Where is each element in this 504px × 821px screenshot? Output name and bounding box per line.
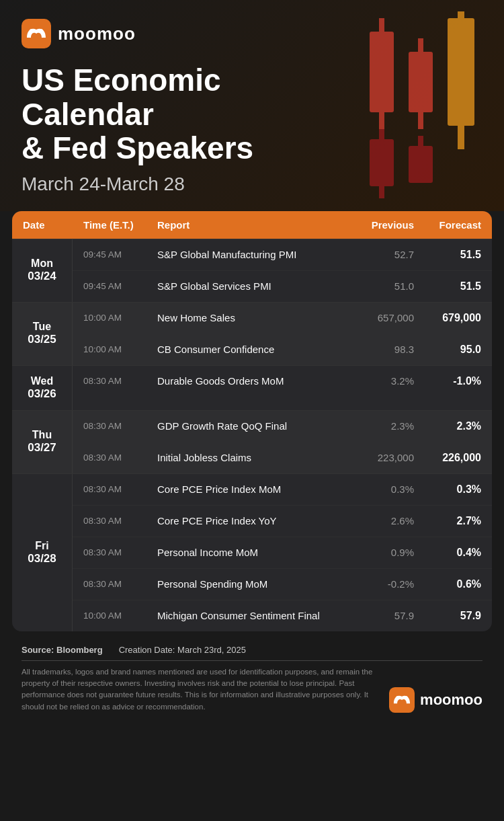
table-row: 10:00 AM Michigan Consumer Sentiment Fin… [73,600,492,631]
forecast-cell: 95.0 [414,344,481,356]
svg-rect-11 [379,186,384,198]
candlestick-decoration [356,0,491,211]
previous-cell: 0.3% [340,483,414,495]
time-cell: 08:30 AM [83,547,157,557]
forecast-cell: 0.4% [414,547,481,559]
day-group: Thu 03/27 08:30 AM GDP Growth Rate QoQ F… [12,410,492,473]
svg-point-18 [396,696,399,699]
footer-source-row: Source: Bloomberg Creation Date: March 2… [22,645,482,661]
footer-bottom: All trademarks, logos and brand names me… [22,666,482,713]
day-label-col: Wed 03/26 [12,366,73,410]
report-cell: New Home Sales [157,312,340,323]
day-date: 03/24 [28,270,56,283]
table-row: 10:00 AM CB Consumer Confidence 98.3 95.… [73,334,492,365]
report-cell: CB Consumer Confidence [157,344,340,355]
report-cell: Core PCE Price Index YoY [157,515,340,526]
previous-cell: 2.3% [340,420,414,432]
previous-cell: 2.6% [340,515,414,526]
report-cell: Michigan Consumer Sentiment Final [157,610,340,621]
forecast-cell: 2.3% [414,420,481,432]
report-cell: S&P Global Services PMI [157,280,340,292]
report-cell: Initial Jobless Claims [157,452,340,463]
forecast-cell: -1.0% [414,375,481,387]
forecast-cell: 0.6% [414,578,481,590]
report-cell: GDP Growth Rate QoQ Final [157,420,340,432]
moomoo-logo-icon [22,19,51,48]
report-cell: Core PCE Price Index MoM [157,483,340,495]
day-date: 03/28 [28,552,56,565]
table-row: 09:45 AM S&P Global Services PMI 51.0 51… [73,271,492,302]
day-date: 03/26 [28,387,56,401]
table-row: 08:30 AM GDP Growth Rate QoQ Final 2.3% … [73,411,492,442]
time-cell: 08:30 AM [83,376,157,386]
col-previous: Previous [340,219,414,231]
svg-rect-9 [370,139,394,186]
report-cell: Durable Goods Orders MoM [157,375,340,387]
forecast-cell: 57.9 [414,610,481,622]
day-group: Wed 03/26 08:30 AM Durable Goods Orders … [12,365,492,410]
svg-rect-12 [409,146,433,183]
time-cell: 10:00 AM [83,313,157,323]
table-row: 08:30 AM Personal Income MoM 0.9% 0.4% [73,537,492,569]
rows-col: 08:30 AM GDP Growth Rate QoQ Final 2.3% … [73,411,492,473]
col-forecast: Forecast [414,219,481,231]
svg-rect-3 [409,52,433,112]
disclaimer-text: All trademarks, logos and brand names me… [22,666,378,713]
previous-cell: 657,000 [340,312,414,323]
rows-col: 08:30 AM Core PCE Price Index MoM 0.3% 0… [73,474,492,631]
source-label: Source: Bloomberg [22,645,103,655]
svg-rect-1 [379,18,384,33]
time-cell: 09:45 AM [83,281,157,291]
footer: Source: Bloomberg Creation Date: March 2… [0,635,504,719]
time-cell: 09:45 AM [83,249,157,260]
table-row: 08:30 AM Durable Goods Orders MoM 3.2% -… [73,366,492,397]
day-name: Mon [31,258,53,270]
forecast-cell: 0.3% [414,483,481,496]
col-time: Time (E.T.) [83,219,157,231]
main-title: US Economic Calendar & Fed Speakers [22,63,344,165]
footer-logo-text: moomoo [420,691,482,709]
table-header: Date Time (E.T.) Report Previous Forecas… [12,211,492,239]
time-cell: 08:30 AM [83,421,157,431]
logo-text: moomoo [58,24,136,44]
report-cell: S&P Global Manufacturing PMI [157,249,340,260]
table-row: 09:45 AM S&P Global Manufacturing PMI 52… [73,239,492,271]
svg-point-16 [39,29,43,33]
previous-cell: 0.9% [340,547,414,558]
day-name: Tue [33,321,51,333]
svg-point-19 [405,696,408,699]
report-cell: Personal Income MoM [157,547,340,558]
day-label-col: Fri 03/28 [12,474,73,631]
day-group: Tue 03/25 10:00 AM New Home Sales 657,00… [12,302,492,365]
svg-rect-6 [448,18,474,126]
creation-date: Creation Date: March 23rd, 2025 [119,645,246,655]
table-row: 08:30 AM Initial Jobless Claims 223,000 … [73,442,492,473]
forecast-cell: 226,000 [414,452,481,464]
svg-point-15 [30,29,34,33]
forecast-cell: 51.5 [414,249,481,261]
previous-cell: 57.9 [340,610,414,621]
rows-col: 09:45 AM S&P Global Manufacturing PMI 52… [73,239,492,302]
day-label-col: Tue 03/25 [12,303,73,365]
previous-cell: 52.7 [340,249,414,260]
page-header: moomoo US Economic Calendar & Fed Speake… [0,0,504,211]
svg-rect-4 [418,38,423,53]
table-row: 08:30 AM Core PCE Price Index YoY 2.6% 2… [73,506,492,537]
table-row: 08:30 AM Personal Spending MoM -0.2% 0.6… [73,569,492,600]
report-cell: Personal Spending MoM [157,578,340,590]
day-label-col: Mon 03/24 [12,239,73,302]
previous-cell: 51.0 [340,280,414,292]
svg-rect-5 [418,112,423,129]
time-cell: 10:00 AM [83,344,157,354]
time-cell: 08:30 AM [83,484,157,494]
col-date: Date [23,219,83,231]
day-group: Fri 03/28 08:30 AM Core PCE Price Index … [12,473,492,631]
forecast-cell: 2.7% [414,515,481,527]
previous-cell: 98.3 [340,344,414,355]
svg-rect-8 [458,126,464,149]
table-row: 10:00 AM New Home Sales 657,000 679,000 [73,303,492,334]
rows-col: 10:00 AM New Home Sales 657,000 679,000 … [73,303,492,365]
day-date: 03/25 [28,333,56,346]
forecast-cell: 679,000 [414,312,481,324]
rows-col: 08:30 AM Durable Goods Orders MoM 3.2% -… [73,366,492,410]
